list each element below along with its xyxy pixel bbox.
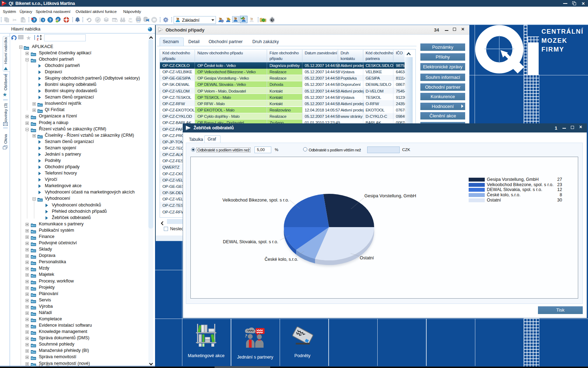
svg-text:?: ? xyxy=(42,19,44,22)
svg-text:ac: ac xyxy=(130,20,132,23)
svg-text:Z: Z xyxy=(37,38,38,41)
svg-text:✂: ✂ xyxy=(13,17,17,23)
svg-text:?: ? xyxy=(33,18,35,22)
svg-text:?: ? xyxy=(49,18,51,22)
